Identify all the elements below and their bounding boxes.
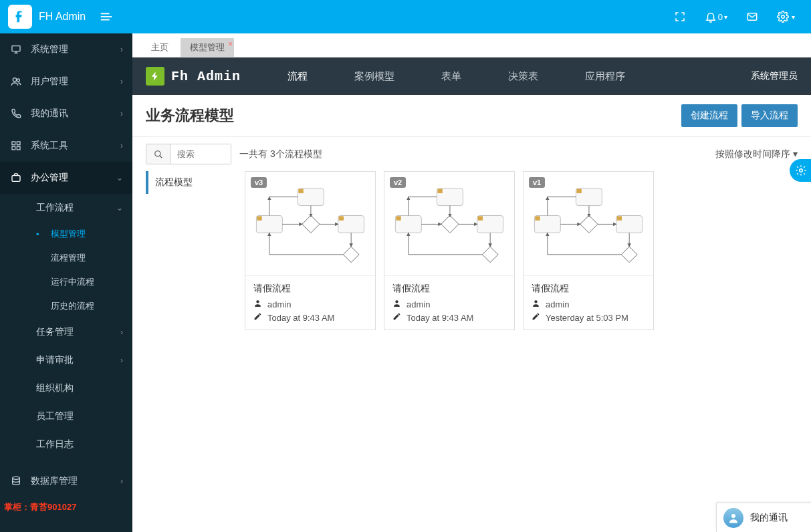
sidebar-label: 系统管理 <box>31 43 68 55</box>
version-badge: v3 <box>251 177 267 188</box>
card-author: admin <box>546 299 569 309</box>
fullscreen-icon[interactable] <box>674 11 686 23</box>
page-tabs: 主页 模型管理 × <box>132 33 811 57</box>
chevron-right-icon: › <box>120 477 123 486</box>
svg-point-51 <box>395 300 398 303</box>
chevron-down-icon: ▾ <box>793 148 798 159</box>
chevron-right-icon: › <box>120 327 123 337</box>
notification-bell-icon[interactable]: 0 ▾ <box>705 11 727 23</box>
sidebar: 系统管理 › 用户管理 › 我的通讯 › 系统工具 › 办公管理 ⌄ <box>0 33 132 532</box>
sidebar-sub2-model[interactable]: 模型管理 <box>0 222 132 246</box>
sidebar-sub-label: 任务管理 <box>36 326 74 338</box>
chevron-down-icon: ⌄ <box>116 173 123 182</box>
sidebar-item-user[interactable]: 用户管理 › <box>0 65 132 98</box>
svg-point-69 <box>800 169 803 172</box>
sidebar-sub-label: 申请审批 <box>36 354 74 366</box>
svg-point-9 <box>17 79 19 82</box>
sidebar-label: 用户管理 <box>31 76 68 88</box>
chevron-right-icon: › <box>120 109 123 118</box>
svg-rect-23 <box>339 216 344 220</box>
sort-dropdown[interactable]: 按照修改时间降序 ▾ <box>715 148 798 160</box>
tab-home[interactable]: 主页 <box>142 38 178 57</box>
model-card[interactable]: v3 请假流程 admin Today at 9:43 AM <box>245 171 376 330</box>
svg-point-15 <box>13 477 20 479</box>
sidebar-item-comm[interactable]: 我的通讯 › <box>0 98 132 130</box>
svg-rect-11 <box>17 142 20 145</box>
sidebar-sub-approve[interactable]: 申请审批 › <box>0 346 132 374</box>
search-input[interactable] <box>170 144 231 164</box>
users-icon <box>11 76 23 87</box>
tab-model[interactable]: 模型管理 × <box>181 38 234 57</box>
wb-nav-decision[interactable]: 决策表 <box>501 58 545 95</box>
wb-nav-process[interactable]: 流程 <box>281 58 314 95</box>
svg-point-4 <box>782 15 785 19</box>
card-preview: v2 <box>384 172 514 276</box>
wb-user-label[interactable]: 系统管理员 <box>751 70 798 82</box>
import-process-button[interactable]: 导入流程 <box>741 104 798 127</box>
wb-nav-case[interactable]: 案例模型 <box>348 58 401 95</box>
sidebar-sub-label: 工作流程 <box>36 202 74 214</box>
svg-point-8 <box>13 78 16 82</box>
svg-rect-55 <box>535 216 540 220</box>
chat-widget[interactable]: 我的通讯 <box>716 503 811 532</box>
sidebar-item-system[interactable]: 系统管理 › <box>0 33 132 65</box>
sidebar-sub-employee[interactable]: 员工管理 <box>0 402 132 430</box>
card-title: 请假流程 <box>392 283 506 295</box>
sidebar-item-office[interactable]: 办公管理 ⌄ <box>0 162 132 194</box>
svg-rect-40 <box>478 216 483 220</box>
svg-rect-53 <box>576 189 581 193</box>
brand-logo <box>8 5 32 29</box>
svg-rect-24 <box>302 215 320 233</box>
sidebar-sub2-running[interactable]: 运行中流程 <box>0 270 132 294</box>
count-text: 一共有 3个流程模型 <box>239 148 322 160</box>
svg-rect-57 <box>617 216 622 220</box>
model-card[interactable]: v1 请假流程 admin Yesterday at 5:03 PM <box>523 171 654 330</box>
svg-rect-41 <box>441 215 459 233</box>
brand-title: FH Admin <box>39 11 86 23</box>
notification-count: 0 <box>718 12 723 22</box>
floating-settings-button[interactable] <box>790 159 811 182</box>
chevron-right-icon: › <box>120 141 123 150</box>
sidebar-sub2-process[interactable]: 流程管理 <box>0 246 132 270</box>
search-button[interactable] <box>146 144 170 164</box>
grid-icon <box>11 140 23 151</box>
workbench-logo-text: Fh Admin <box>171 69 241 84</box>
svg-rect-10 <box>12 142 15 145</box>
sidebar-sub-task[interactable]: 任务管理 › <box>0 318 132 346</box>
svg-rect-25 <box>343 247 359 263</box>
settings-gear-icon[interactable]: ▾ <box>777 11 795 23</box>
menu-toggle-icon[interactable] <box>99 9 114 24</box>
sidebar-sub-org[interactable]: 组织机构 <box>0 374 132 402</box>
svg-rect-14 <box>12 176 20 182</box>
sidebar-sub-workflow[interactable]: 工作流程 ⌄ <box>0 194 132 222</box>
version-badge: v1 <box>529 177 545 188</box>
pencil-icon <box>532 312 540 323</box>
create-process-button[interactable]: 创建流程 <box>681 104 737 127</box>
sidebar-sub2-history[interactable]: 历史的流程 <box>0 294 132 318</box>
mail-icon[interactable] <box>746 11 758 23</box>
card-title: 请假流程 <box>253 283 367 295</box>
page-title: 业务流程模型 <box>146 106 234 126</box>
card-title: 请假流程 <box>532 283 645 295</box>
svg-rect-38 <box>396 216 400 220</box>
filter-process-model[interactable]: 流程模型 <box>146 171 233 194</box>
chevron-right-icon: › <box>120 45 123 54</box>
card-time: Yesterday at 5:03 PM <box>546 313 628 323</box>
svg-rect-42 <box>482 247 498 263</box>
card-time: Today at 9:43 AM <box>407 313 473 323</box>
phone-icon <box>11 108 23 119</box>
chevron-right-icon: › <box>120 77 123 86</box>
wb-nav-form[interactable]: 表单 <box>435 58 468 95</box>
version-badge: v2 <box>390 177 406 188</box>
pencil-icon <box>392 312 401 323</box>
svg-point-16 <box>154 150 160 156</box>
wb-nav-app[interactable]: 应用程序 <box>578 58 632 95</box>
close-icon[interactable]: × <box>228 39 233 49</box>
model-card[interactable]: v2 请假流程 admin Today at 9:43 AM <box>384 171 515 330</box>
chat-label: 我的通讯 <box>750 512 788 524</box>
briefcase-icon <box>11 172 23 183</box>
svg-rect-58 <box>580 215 598 233</box>
sidebar-item-tools[interactable]: 系统工具 › <box>0 130 132 162</box>
sidebar-sub-worklog[interactable]: 工作日志 <box>0 430 132 458</box>
sidebar-item-database[interactable]: 数据库管理 › <box>0 465 132 497</box>
